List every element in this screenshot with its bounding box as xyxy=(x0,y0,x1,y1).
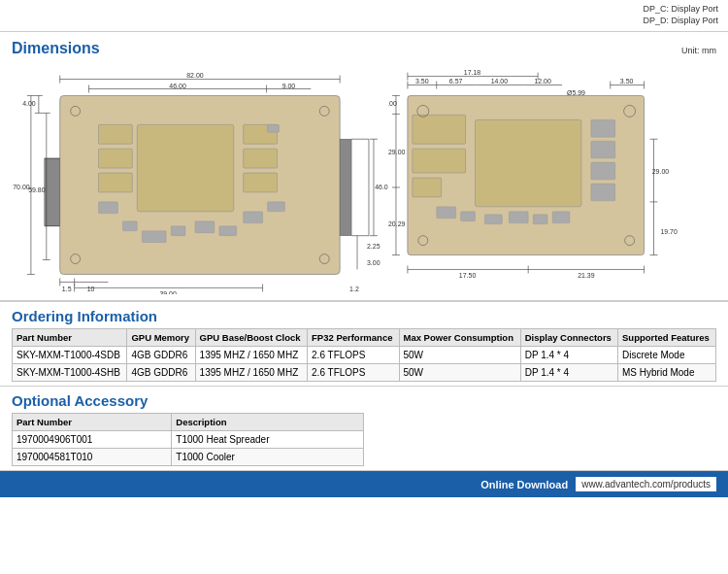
svg-rect-92 xyxy=(413,149,466,173)
unit-label: Unit: mm xyxy=(681,46,716,55)
svg-rect-25 xyxy=(171,226,185,236)
cell-part-number: SKY-MXM-T1000-4SDB xyxy=(13,347,127,364)
top-banner: DP_C: Display Port DP_D: Display Port xyxy=(0,0,728,32)
svg-rect-98 xyxy=(437,207,456,219)
svg-text:29.00: 29.00 xyxy=(652,168,670,175)
svg-rect-97 xyxy=(591,184,615,201)
col-power: Max Power Consumption xyxy=(399,329,520,347)
ordering-header-row: Part Number GPU Memory GPU Base/Boost Cl… xyxy=(13,329,716,347)
svg-rect-27 xyxy=(219,226,237,236)
svg-rect-102 xyxy=(533,215,547,224)
col-fp32: FP32 Performance xyxy=(308,329,399,347)
cell-gpu-memory: 4GB GDDR6 xyxy=(127,347,195,364)
cell-power: 50W xyxy=(399,347,520,364)
svg-rect-96 xyxy=(591,162,615,180)
cell-display: DP 1.4 * 4 xyxy=(520,364,617,382)
svg-text:29.00: 29.00 xyxy=(388,149,406,155)
svg-rect-24 xyxy=(142,231,166,243)
svg-rect-20 xyxy=(244,149,278,168)
svg-text:1.2: 1.2 xyxy=(349,286,359,292)
col-gpu-clock: GPU Base/Boost Clock xyxy=(195,329,307,347)
svg-text:12.00: 12.00 xyxy=(534,78,551,84)
svg-text:3.50: 3.50 xyxy=(415,78,429,84)
acc-cell-desc: T1000 Heat Spreader xyxy=(172,431,364,449)
cell-part-number: SKY-MXM-T1000-4SHB xyxy=(13,364,127,382)
svg-rect-91 xyxy=(413,115,466,144)
svg-text:59.80: 59.80 xyxy=(28,186,46,193)
svg-rect-101 xyxy=(509,212,528,223)
svg-text:2.25: 2.25 xyxy=(367,243,381,250)
svg-text:17.18: 17.18 xyxy=(464,69,481,76)
svg-rect-99 xyxy=(460,212,475,221)
accessory-section: Optional Accessory Part Number Descripti… xyxy=(0,387,728,471)
svg-rect-23 xyxy=(122,221,137,231)
left-diagram: 82.00 46.00 9.00 Ø3.25 xyxy=(12,61,388,294)
col-features: Supported Features xyxy=(618,329,716,347)
accessory-table: Part Number Description 1970004906T001 T… xyxy=(12,413,364,466)
svg-text:10: 10 xyxy=(87,286,95,292)
svg-rect-28 xyxy=(244,212,263,223)
svg-text:3.50: 3.50 xyxy=(620,78,634,84)
svg-text:21.39: 21.39 xyxy=(578,272,595,279)
svg-rect-94 xyxy=(591,119,615,137)
cell-gpu-clock: 1395 MHZ / 1650 MHZ xyxy=(195,364,307,382)
acc-cell-part: 1970004581T010 xyxy=(13,449,172,466)
ordering-section: Ordering Information Part Number GPU Mem… xyxy=(0,302,728,387)
dimensions-diagram: 82.00 46.00 9.00 Ø3.25 xyxy=(12,61,716,294)
accessory-row: 1970004581T010 T1000 Cooler xyxy=(13,449,364,466)
svg-rect-16 xyxy=(99,124,133,144)
svg-text:14.00: 14.00 xyxy=(491,78,509,84)
svg-rect-12 xyxy=(45,158,60,226)
footer-label: Online Download xyxy=(480,479,568,490)
cell-gpu-memory: 4GB GDDR6 xyxy=(127,364,195,382)
svg-rect-35 xyxy=(340,139,351,235)
svg-rect-17 xyxy=(99,149,133,168)
right-diagram: 17.18 3.50 6.57 14.00 12.00 Ø5.99 3.50 xyxy=(388,61,716,294)
ordering-row: SKY-MXM-T1000-4SDB 4GB GDDR6 1395 MHZ / … xyxy=(13,347,716,364)
cell-features: Discrete Mode xyxy=(618,347,716,364)
cell-fp32: 2.6 TFLOPS xyxy=(308,347,399,364)
accessory-header-row: Part Number Description xyxy=(13,414,364,431)
svg-text:3.00: 3.00 xyxy=(367,259,381,266)
svg-text:1.5: 1.5 xyxy=(62,286,72,292)
acc-col-part: Part Number xyxy=(13,414,172,431)
svg-rect-22 xyxy=(99,202,118,214)
svg-text:19.70: 19.70 xyxy=(660,228,678,235)
svg-text:17.50: 17.50 xyxy=(459,272,477,279)
cell-features: MS Hybrid Mode xyxy=(618,364,716,382)
dp-d-label: DP_D: Display Port xyxy=(643,16,718,25)
svg-rect-21 xyxy=(244,173,278,192)
svg-text:6.57: 6.57 xyxy=(449,78,463,84)
svg-text:82.00: 82.00 xyxy=(186,72,204,79)
svg-text:9.00: 9.00 xyxy=(282,83,296,89)
col-part-number: Part Number xyxy=(13,329,127,347)
cell-display: DP 1.4 * 4 xyxy=(520,347,617,364)
acc-cell-desc: T1000 Cooler xyxy=(172,449,364,466)
svg-rect-100 xyxy=(484,215,502,224)
accessory-row: 1970004906T001 T1000 Heat Spreader xyxy=(13,431,364,449)
svg-text:20.29: 20.29 xyxy=(388,220,406,227)
svg-rect-18 xyxy=(99,173,133,192)
col-display: Display Connectors xyxy=(520,329,617,347)
svg-rect-103 xyxy=(552,212,570,223)
svg-text:39.00: 39.00 xyxy=(159,290,177,294)
dp-c-label: DP_C: Display Port xyxy=(643,4,718,14)
acc-col-desc: Description xyxy=(172,414,364,431)
svg-rect-26 xyxy=(195,221,215,233)
ordering-table: Part Number GPU Memory GPU Base/Boost Cl… xyxy=(12,328,716,382)
accessory-title: Optional Accessory xyxy=(12,392,716,409)
ordering-title: Ordering Information xyxy=(12,308,716,324)
footer-url[interactable]: www.advantech.com/products xyxy=(576,477,716,491)
svg-text:46.00: 46.00 xyxy=(169,83,186,89)
svg-text:46.00: 46.00 xyxy=(375,184,388,190)
svg-rect-29 xyxy=(268,202,285,212)
cell-gpu-clock: 1395 MHZ / 1650 MHZ xyxy=(195,347,307,364)
footer: Online Download www.advantech.com/produc… xyxy=(0,471,728,497)
svg-text:4.00: 4.00 xyxy=(388,100,397,107)
acc-cell-part: 1970004906T001 xyxy=(13,431,172,449)
cell-power: 50W xyxy=(399,364,520,382)
svg-rect-30 xyxy=(268,124,280,132)
col-gpu-memory: GPU Memory xyxy=(127,329,195,347)
svg-rect-93 xyxy=(413,178,442,197)
dimensions-section: Dimensions Unit: mm 82.00 46.00 9.00 Ø3.… xyxy=(0,32,728,302)
